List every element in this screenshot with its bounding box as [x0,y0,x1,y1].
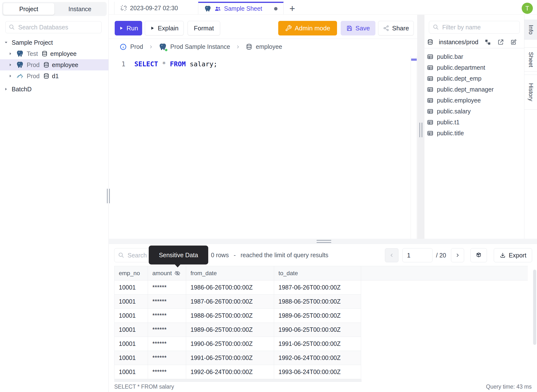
table-cell[interactable]: 10001 [114,281,148,295]
tab-project[interactable]: Project [3,3,54,15]
explain-button[interactable]: Explain [145,21,184,35]
column-label: amount [152,270,172,277]
info-icon[interactable] [120,43,127,51]
table-cell[interactable]: 1991-06-25T00:00:00Z [186,351,274,365]
tree-item-batchd[interactable]: BatchD [0,84,108,95]
table-list-item[interactable]: public.bar [424,51,524,62]
table-list-item[interactable]: public.t1 [424,117,524,128]
table-cell[interactable]: 1986-06-26T00:00:00Z [186,281,274,295]
visualize-button[interactable] [470,248,487,262]
table-cell[interactable]: ****** [148,309,186,323]
table-cell[interactable]: ****** [148,337,186,351]
chevron-right-icon [148,44,153,49]
table-list-item[interactable]: public.dept_emp [424,73,524,84]
save-button[interactable]: Save [341,21,375,35]
wrench-icon [285,25,292,32]
run-button[interactable]: Run [115,21,142,35]
table-cell[interactable]: ****** [148,295,186,309]
page-number-input[interactable] [402,248,433,262]
table-cell[interactable]: ****** [148,323,186,337]
left-sidebar: Project Instance Sample Project Test emp… [0,0,109,392]
project-label: BatchD [12,86,32,93]
grid-vertical-scrollbar[interactable] [533,270,536,345]
environment-label: Prod [27,73,40,80]
user-avatar[interactable]: T [522,3,533,14]
table-cell[interactable]: ****** [148,351,186,365]
mysql-icon [16,72,24,80]
column-header-emp_no[interactable]: emp_no [114,266,148,280]
connection-row: instances/prod [424,36,524,48]
table-cell[interactable]: 1990-06-25T00:00:00Z [274,323,361,337]
tab-sample-sheet[interactable]: Sample Sheet [198,2,284,14]
table-cell[interactable]: 1992-06-24T00:00:00Z [274,351,361,365]
table-cell[interactable]: 1988-06-25T00:00:00Z [274,295,361,309]
external-link-icon[interactable] [497,39,504,45]
caret-right-icon [8,74,13,78]
results-resize-handle[interactable] [317,240,331,243]
breadcrumb-database[interactable]: employee [256,43,282,50]
tree-item-prod-d1[interactable]: Prod d1 [0,70,108,82]
table-cell[interactable]: ****** [148,365,186,379]
tab-adhoc-sheet[interactable]: 2023-09-27 02:30 [114,2,198,14]
sql-text: SELECT * FROM salary; [134,60,217,68]
tree-item-test-employee[interactable]: Test employee [0,48,108,59]
table-name: public.salary [437,108,471,115]
edit-sheet-icon[interactable] [510,39,517,45]
results-panel-divider[interactable] [109,239,537,244]
prev-page-button[interactable] [385,248,398,262]
table-cell[interactable]: 1987-06-26T00:00:00Z [274,281,361,295]
editor-overview-ruler[interactable] [411,56,417,239]
tree-item-prod-employee[interactable]: Prod employee [0,59,108,70]
share-button[interactable]: Share [378,21,414,35]
breadcrumb-instance[interactable]: Prod Sample Instance [170,43,230,50]
table-filter-input[interactable] [442,24,516,31]
table-cell[interactable]: 10001 [114,337,148,351]
table-cell[interactable]: 1988-06-25T00:00:00Z [186,309,274,323]
table-cell[interactable]: 1991-06-25T00:00:00Z [274,337,361,351]
next-page-button[interactable] [451,248,464,262]
table-cell[interactable]: 10001 [114,351,148,365]
table-cell-filler [361,351,528,365]
table-list-item[interactable]: public.salary [424,106,524,117]
column-header-amount[interactable]: amount [148,266,186,280]
new-tab-button[interactable]: + [289,4,295,13]
column-header-from_date[interactable]: from_date [186,266,274,280]
table-cell[interactable]: 1993-06-24T00:00:00Z [274,365,361,379]
schema-diagram-icon[interactable] [485,39,491,45]
table-list: public.barpublic.departmentpublic.dept_e… [424,51,524,139]
table-cell[interactable]: 1990-06-25T00:00:00Z [186,337,274,351]
breadcrumb-environment[interactable]: Prod [130,43,143,50]
database-search [5,21,102,33]
table-list-item[interactable]: public.title [424,128,524,139]
right-panel-resize-handle[interactable] [419,123,422,137]
tab-history[interactable]: History [524,75,537,110]
sidebar-resize-handle[interactable] [107,189,110,203]
table-cell[interactable]: 10001 [114,295,148,309]
table-list-item[interactable]: public.employee [424,95,524,106]
export-button[interactable]: Export [494,248,532,262]
table-icon [427,108,433,115]
page-total: / 20 [436,252,446,259]
tab-info[interactable]: Info [524,20,537,40]
admin-mode-button[interactable]: Admin mode [278,21,337,35]
table-cell[interactable]: 10001 [114,309,148,323]
table-cell[interactable]: 10001 [114,323,148,337]
tab-sheet[interactable]: Sheet [524,47,537,72]
format-button[interactable]: Format [188,21,220,35]
table-cell[interactable]: 1992-06-24T00:00:00Z [186,365,274,379]
tab-instance-label: Instance [68,6,91,13]
table-cell[interactable]: 1989-06-25T00:00:00Z [186,323,274,337]
table-cell[interactable]: ****** [148,281,186,295]
tab-instance[interactable]: Instance [54,3,106,15]
table-cell[interactable]: 1987-06-26T00:00:00Z [186,295,274,309]
table-cell[interactable]: 1989-06-25T00:00:00Z [274,309,361,323]
column-header-to_date[interactable]: to_date [274,266,361,280]
postgresql-icon [16,61,24,69]
editor-scroll-thumb[interactable] [411,59,417,61]
table-list-item[interactable]: public.dept_manager [424,84,524,95]
tree-item-sample-project[interactable]: Sample Project [0,37,108,48]
table-list-item[interactable]: public.department [424,62,524,73]
sql-editor[interactable]: 1 SELECT * FROM salary; [109,55,419,240]
table-cell[interactable]: 10001 [114,365,148,379]
database-search-input[interactable] [18,24,98,31]
